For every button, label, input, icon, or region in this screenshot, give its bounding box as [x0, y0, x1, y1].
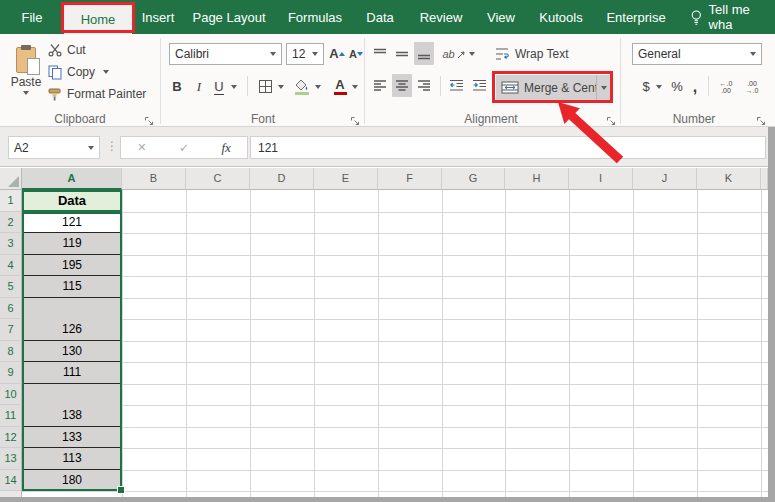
decrease-indent-button[interactable]: [446, 74, 466, 97]
paste-button[interactable]: Paste: [6, 38, 46, 104]
fill-color-dropdown-caret[interactable]: [313, 75, 323, 98]
borders-button[interactable]: [255, 75, 275, 98]
tab-view[interactable]: View: [480, 0, 522, 34]
decrease-font-size-button[interactable]: A: [347, 45, 365, 63]
tab-review[interactable]: Review: [412, 0, 470, 34]
increase-font-size-button[interactable]: A: [328, 45, 346, 63]
fill-color-button[interactable]: [292, 75, 312, 98]
center-button[interactable]: [392, 74, 412, 97]
cell-A1-data-header[interactable]: Data: [22, 190, 122, 212]
col-header-D[interactable]: D: [250, 168, 314, 190]
merge-center-button[interactable]: Merge & Center: [496, 75, 609, 100]
row-header-10[interactable]: 10: [0, 384, 22, 406]
font-color-dropdown-caret[interactable]: [350, 75, 360, 98]
cell-A4[interactable]: 195: [24, 255, 120, 277]
bottom-align-button[interactable]: [414, 42, 434, 65]
cell-A13[interactable]: 113: [24, 448, 120, 470]
tab-formulas[interactable]: Formulas: [282, 0, 348, 34]
fill-handle[interactable]: [117, 486, 125, 494]
clipboard-dialog-launcher-icon[interactable]: [144, 113, 155, 124]
cell-A11[interactable]: 138: [24, 405, 120, 427]
orientation-button[interactable]: ab: [442, 42, 466, 65]
cell-A5[interactable]: 115: [24, 276, 120, 298]
col-header-C[interactable]: C: [186, 168, 250, 190]
row-header-8[interactable]: 8: [0, 341, 22, 363]
cell-A14[interactable]: 180: [24, 470, 120, 492]
number-format-combo[interactable]: General: [632, 43, 762, 65]
increase-decimal-button[interactable]: ←.0 .00: [714, 75, 738, 98]
sheet-area[interactable]: [22, 190, 768, 497]
number-dialog-launcher-icon[interactable]: [756, 113, 767, 124]
select-all-button[interactable]: [0, 168, 22, 190]
tab-data[interactable]: Data: [358, 0, 402, 34]
tab-page-layout[interactable]: Page Layout: [186, 0, 272, 34]
row-header-12[interactable]: 12: [0, 427, 22, 449]
cell-A9[interactable]: 111: [24, 362, 120, 384]
cell-A10[interactable]: [24, 384, 120, 406]
cell-A3[interactable]: 119: [24, 233, 120, 255]
underline-button[interactable]: U: [210, 75, 228, 98]
italic-button[interactable]: I: [190, 75, 208, 98]
font-name-combo[interactable]: Calibri: [169, 43, 282, 65]
copy-button[interactable]: Copy: [48, 64, 109, 80]
cell-A8[interactable]: 130: [24, 341, 120, 363]
row-header-4[interactable]: 4: [0, 255, 22, 277]
borders-dropdown-caret[interactable]: [276, 75, 286, 98]
tab-home[interactable]: Home: [64, 5, 132, 34]
font-dialog-launcher-icon[interactable]: [350, 113, 361, 124]
namebox-resize-dots[interactable]: ⋮: [106, 139, 118, 153]
underline-dropdown-caret[interactable]: [229, 75, 239, 98]
row-header-1[interactable]: 1: [0, 190, 22, 212]
wrap-text-button[interactable]: Wrap Text: [494, 42, 569, 65]
tab-enterprise[interactable]: Enterprise: [600, 0, 672, 34]
comma-button[interactable]: ,: [688, 75, 702, 98]
col-header-G[interactable]: G: [442, 168, 505, 190]
currency-dropdown-caret[interactable]: [654, 75, 664, 98]
currency-button[interactable]: $: [638, 75, 654, 98]
orientation-dropdown-caret[interactable]: [467, 42, 477, 65]
cancel-icon[interactable]: ✕: [137, 141, 146, 154]
decrease-decimal-button[interactable]: .00 →.0: [740, 75, 764, 98]
cut-button[interactable]: Cut: [48, 42, 86, 58]
row-header-3[interactable]: 3: [0, 233, 22, 255]
row-header-5[interactable]: 5: [0, 276, 22, 298]
font-color-button[interactable]: A: [330, 75, 350, 98]
row-header-2[interactable]: 2: [0, 212, 22, 234]
col-header-J[interactable]: J: [633, 168, 697, 190]
col-header-K[interactable]: K: [697, 168, 761, 190]
align-right-button[interactable]: [414, 74, 434, 97]
enter-icon[interactable]: ✓: [179, 141, 189, 155]
cell-A2[interactable]: 121: [24, 212, 120, 234]
row-header-13[interactable]: 13: [0, 448, 22, 470]
merge-center-dropdown-caret[interactable]: [596, 75, 610, 100]
increase-indent-button[interactable]: [469, 74, 489, 97]
formula-input[interactable]: 121: [250, 136, 766, 159]
col-header-I[interactable]: I: [569, 168, 633, 190]
middle-align-button[interactable]: [392, 42, 412, 65]
row-header-11[interactable]: 11: [0, 405, 22, 427]
row-header-6[interactable]: 6: [0, 298, 22, 320]
top-align-button[interactable]: [370, 42, 390, 65]
tell-me-box[interactable]: Tell me wha: [690, 0, 775, 34]
row-header-9[interactable]: 9: [0, 362, 22, 384]
col-header-H[interactable]: H: [505, 168, 569, 190]
tab-file[interactable]: File: [10, 0, 54, 34]
cell-A6[interactable]: [24, 298, 120, 320]
fx-icon[interactable]: fx: [221, 140, 230, 156]
bold-button[interactable]: B: [167, 75, 187, 98]
col-header-E[interactable]: E: [314, 168, 378, 190]
font-size-combo[interactable]: 12: [286, 43, 324, 65]
tab-kutools[interactable]: Kutools: [532, 0, 590, 34]
row-header-14[interactable]: 14: [0, 470, 22, 492]
col-header-B[interactable]: B: [122, 168, 186, 190]
percent-button[interactable]: %: [668, 75, 686, 98]
row-header-7[interactable]: 7: [0, 319, 22, 341]
col-header-F[interactable]: F: [378, 168, 442, 190]
align-left-button[interactable]: [370, 74, 390, 97]
alignment-dialog-launcher-icon[interactable]: [606, 113, 617, 124]
tab-insert[interactable]: Insert: [136, 0, 180, 34]
cell-A12[interactable]: 133: [24, 427, 120, 449]
col-header-A[interactable]: A: [22, 168, 122, 190]
format-painter-button[interactable]: Format Painter: [48, 86, 146, 102]
cell-A7[interactable]: 126: [24, 319, 120, 341]
